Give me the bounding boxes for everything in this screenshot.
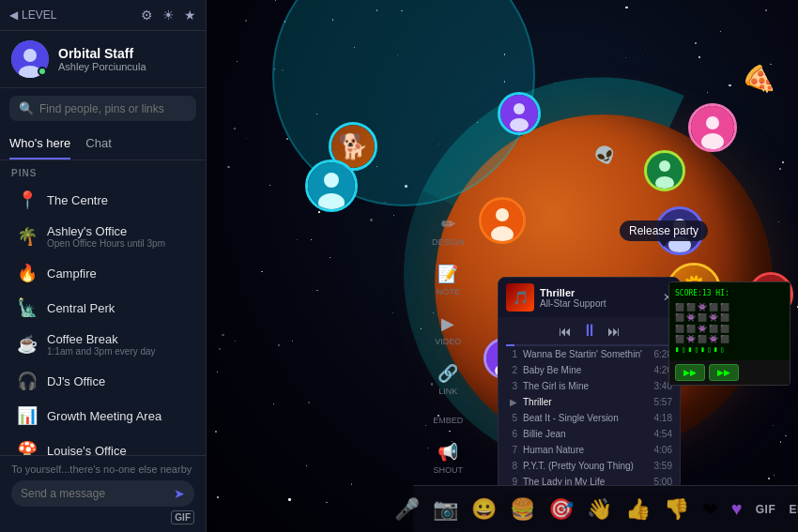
track-number: 6 xyxy=(506,429,517,439)
svg-point-10 xyxy=(659,160,670,172)
track-item[interactable]: 3 The Girl is Mine 3:40 xyxy=(499,378,680,394)
search-bar[interactable]: 🔍 xyxy=(9,96,196,121)
pin-text: Ashley's Office Open Office Hours until … xyxy=(47,224,189,249)
brightness-icon[interactable]: ☀ xyxy=(162,8,175,23)
track-info: Thriller All-Star Support xyxy=(540,287,657,309)
pin-icon: 🎧 xyxy=(17,371,38,391)
svg-point-7 xyxy=(706,116,719,129)
sidebar: ◀ LEVEL ⚙ ☀ ★ Orbital Staff Ashley Porci… xyxy=(0,0,207,532)
album-thumbnail: 🎵 xyxy=(506,283,534,312)
pin-icon: 🗽 xyxy=(17,297,38,318)
food-button[interactable]: 🍔 xyxy=(510,497,535,522)
toolbar-item-shout[interactable]: 📢 SHOUT xyxy=(422,434,474,482)
toolbar-item-embed[interactable]: EMBED xyxy=(422,405,474,433)
svg-point-1 xyxy=(23,49,37,62)
edit-button[interactable]: EDIT xyxy=(789,503,798,516)
camera-button[interactable]: 📷 xyxy=(433,497,458,522)
profile-name: Orbital Staff xyxy=(58,46,194,61)
game-btn-2[interactable]: ▶▶ xyxy=(709,364,739,381)
track-name: Baby Be Mine xyxy=(523,365,649,375)
user-avatar-3[interactable] xyxy=(479,197,526,244)
search-input[interactable] xyxy=(39,102,187,115)
user-avatar-1[interactable] xyxy=(498,92,541,135)
pin-item[interactable]: 🌴 Ashley's Office Open Office Hours unti… xyxy=(6,218,200,255)
star-icon[interactable]: ★ xyxy=(184,8,196,23)
game-widget[interactable]: SCORE:13 HI: ⬛⬛👾⬛⬛ ⬛👾⬛👾⬛ ⬛⬛👾⬛⬛ ⬛👾⬛👾⬛ ▮▯▮… xyxy=(668,281,790,386)
thumbsup-button[interactable]: 👍 xyxy=(625,497,651,522)
pin-text: Coffee Break 1:1am and 3pm every day xyxy=(47,332,189,357)
toolbar-icon: 📝 xyxy=(437,264,458,284)
wave-button[interactable]: 👋 xyxy=(587,497,612,522)
send-button[interactable]: ➤ xyxy=(174,486,185,501)
emoji-button[interactable]: 😀 xyxy=(471,497,497,522)
track-number: 1 xyxy=(506,349,517,359)
settings-icon[interactable]: ⚙ xyxy=(141,8,153,23)
toolbar-item-link[interactable]: 🔗 LINK xyxy=(422,356,474,403)
track-name: Thriller xyxy=(523,397,649,407)
music-player[interactable]: 🎵 Thriller All-Star Support ✕ ⏮ ⏸ ⏭ 1 Wa… xyxy=(498,277,681,491)
track-number: 8 xyxy=(506,461,517,471)
track-item[interactable]: 7 Human Nature 4:06 xyxy=(499,442,680,458)
track-duration: 5:57 xyxy=(654,397,672,407)
track-number: 2 xyxy=(506,365,517,375)
release-party-tooltip: Release party xyxy=(620,220,708,241)
game-btn-1[interactable]: ▶▶ xyxy=(675,364,705,381)
back-button[interactable]: ◀ LEVEL xyxy=(9,8,56,22)
track-duration: 4:18 xyxy=(654,413,672,423)
gif-button[interactable]: GIF xyxy=(171,510,194,524)
toolbar-label: VIDEO xyxy=(435,337,461,346)
toolbar-icon: ▶ xyxy=(441,313,454,334)
gif-toolbar-button[interactable]: GIF xyxy=(756,503,776,516)
pin-text: Growth Meeting Area xyxy=(47,409,189,423)
pin-item[interactable]: ☕ Coffee Break 1:1am and 3pm every day xyxy=(6,326,200,363)
purple-heart-button[interactable]: ♥ xyxy=(731,498,743,520)
user-avatar-nature[interactable] xyxy=(644,150,685,191)
track-item[interactable]: 2 Baby Be Mine 4:20 xyxy=(499,362,680,378)
track-name: Human Nature xyxy=(523,445,649,455)
svg-point-13 xyxy=(324,173,339,188)
tab-chat[interactable]: Chat xyxy=(85,129,111,160)
track-name: The Girl is Mine xyxy=(523,381,649,391)
pin-item[interactable]: 📊 Growth Meeting Area xyxy=(6,399,200,433)
pin-icon: 🍄 xyxy=(17,440,38,455)
music-player-header: 🎵 Thriller All-Star Support ✕ xyxy=(499,278,680,317)
pin-text: Campfire xyxy=(47,266,189,281)
svg-point-5 xyxy=(510,118,529,131)
toolbar-item-note[interactable]: 📝 NOTE xyxy=(422,256,474,304)
track-item[interactable]: 5 Beat It - Single Version 4:18 xyxy=(499,410,680,426)
pin-item[interactable]: 🎧 DJ's Office xyxy=(6,364,200,398)
tracklist: 1 Wanna Be Startin' Somethin' 6:28 2 Bab… xyxy=(499,346,680,490)
dart-button[interactable]: 🎯 xyxy=(548,497,574,522)
pin-name: Louise's Office xyxy=(47,444,189,456)
profile-section: Orbital Staff Ashley Porciuncula xyxy=(0,31,206,88)
thumbsdown-button[interactable]: 👎 xyxy=(664,497,689,522)
mic-button[interactable]: 🎤 xyxy=(394,497,420,522)
sidebar-header: ◀ LEVEL ⚙ ☀ ★ xyxy=(0,0,206,31)
nearby-text: To yourself...there's no-one else nearby xyxy=(11,464,194,475)
pin-item[interactable]: 📍 The Centre xyxy=(6,183,200,217)
pin-name: Central Perk xyxy=(47,301,189,315)
pin-item[interactable]: 🔥 Campfire xyxy=(6,256,200,290)
prev-button[interactable]: ⏮ xyxy=(559,324,572,339)
track-item[interactable]: 8 P.Y.T. (Pretty Young Thing) 3:59 xyxy=(499,458,680,474)
play-button[interactable]: ⏸ xyxy=(581,321,598,341)
svg-point-4 xyxy=(514,103,525,114)
pin-item[interactable]: 🗽 Central Perk xyxy=(6,291,200,325)
user-avatar-2[interactable] xyxy=(305,160,358,212)
tab-whos-here[interactable]: Who's here xyxy=(9,129,70,160)
pin-item[interactable]: 🍄 Louise's Office xyxy=(6,433,200,455)
search-icon: 🔍 xyxy=(19,101,34,115)
track-item[interactable]: ▶ Thriller 5:57 xyxy=(499,394,680,410)
toolbar-label: DESIGN xyxy=(432,237,465,247)
message-input[interactable] xyxy=(21,487,168,500)
pin-name: Coffee Break xyxy=(47,332,189,346)
track-duration: 4:54 xyxy=(654,429,672,439)
user-avatar-pink[interactable] xyxy=(688,103,737,152)
status-dot xyxy=(38,67,47,76)
track-item[interactable]: 1 Wanna Be Startin' Somethin' 6:28 xyxy=(499,346,680,362)
track-item[interactable]: 6 Billie Jean 4:54 xyxy=(499,426,680,442)
next-button[interactable]: ⏭ xyxy=(607,324,621,339)
heart-button[interactable]: ❤ xyxy=(702,498,718,521)
toolbar-item-video[interactable]: ▶ VIDEO xyxy=(422,306,474,354)
toolbar-item-design[interactable]: ✏ DESIGN xyxy=(422,206,474,254)
